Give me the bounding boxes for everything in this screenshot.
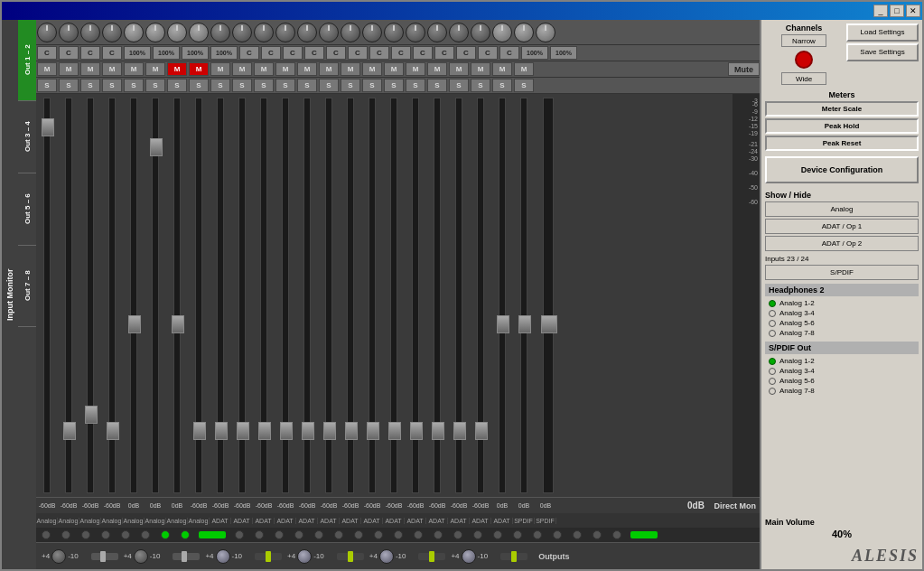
fader-17[interactable]	[388, 422, 401, 440]
analog-button[interactable]: Analog	[765, 201, 919, 217]
knob-23[interactable]	[514, 23, 534, 42]
spdif-option-4[interactable]: Analog 7-8	[765, 386, 919, 396]
s-btn-18[interactable]: S	[406, 79, 425, 92]
knob-9[interactable]	[210, 23, 230, 42]
fader-19[interactable]	[432, 422, 444, 440]
output-knob-3[interactable]	[216, 549, 230, 564]
fader-2[interactable]	[63, 422, 76, 440]
fader-1[interactable]	[42, 118, 54, 136]
output-knob-1[interactable]	[51, 549, 66, 564]
output-slider-5[interactable]	[418, 553, 445, 560]
knob-11[interactable]	[254, 23, 274, 42]
c-btn-17[interactable]: C	[413, 46, 433, 60]
output-slider-2[interactable]	[173, 553, 200, 560]
m-btn-16[interactable]: M	[362, 62, 382, 76]
s-btn-9[interactable]: S	[210, 79, 230, 92]
headphones-option-2[interactable]: Analog 3-4	[765, 308, 919, 318]
headphones-option-3[interactable]: Analog 5-6	[765, 318, 919, 328]
fader-3[interactable]	[85, 406, 98, 424]
m-btn-22[interactable]: M	[492, 62, 512, 76]
s-btn-17[interactable]: S	[384, 79, 404, 92]
s-btn-7[interactable]: S	[167, 79, 187, 92]
m-btn-5[interactable]: M	[124, 62, 144, 76]
adat-op1-button[interactable]: ADAT / Op 1	[765, 219, 919, 234]
fader-5[interactable]	[128, 315, 141, 333]
c-btn-11[interactable]: C	[283, 46, 303, 60]
spdif-option-1[interactable]: Analog 1-2	[765, 356, 919, 366]
knob-15[interactable]	[341, 23, 360, 42]
knob-1[interactable]	[37, 23, 57, 42]
fader-9[interactable]	[215, 422, 228, 440]
headphones-option-4[interactable]: Analog 7-8	[765, 328, 919, 338]
knob-17[interactable]	[384, 23, 404, 42]
knob-8[interactable]	[189, 23, 209, 42]
output-slider-4[interactable]	[337, 553, 364, 560]
c-btn-18[interactable]: C	[434, 46, 454, 60]
fader-16[interactable]	[367, 422, 379, 440]
output-knob-4[interactable]	[297, 549, 312, 564]
c-btn-10[interactable]: C	[261, 46, 281, 60]
fader-14[interactable]	[323, 422, 336, 440]
c-btn-8[interactable]: 100%	[210, 46, 238, 60]
load-settings-button[interactable]: Load Settings	[846, 23, 919, 42]
m-btn-9[interactable]: M	[210, 62, 230, 76]
s-btn-20[interactable]: S	[449, 79, 469, 92]
spdif-option-3[interactable]: Analog 5-6	[765, 376, 919, 386]
knob-20[interactable]	[449, 23, 469, 42]
fader-20[interactable]	[453, 422, 466, 440]
s-btn-12[interactable]: S	[275, 79, 295, 92]
headphones-option-1[interactable]: Analog 1-2	[765, 298, 919, 308]
knob-12[interactable]	[275, 23, 295, 42]
knob-18[interactable]	[406, 23, 425, 42]
m-btn-17[interactable]: M	[384, 62, 404, 76]
s-btn-21[interactable]: S	[471, 79, 490, 92]
spdif-button[interactable]: S/PDIF	[765, 265, 919, 280]
c-btn-22[interactable]: 100%	[521, 46, 548, 60]
fader-18[interactable]	[410, 422, 423, 440]
knob-24[interactable]	[536, 23, 555, 42]
s-btn-4[interactable]: S	[102, 79, 122, 92]
m-btn-20[interactable]: M	[449, 62, 469, 76]
s-btn-11[interactable]: S	[254, 79, 274, 92]
fader-6[interactable]	[150, 138, 163, 156]
s-btn-23[interactable]: S	[514, 79, 534, 92]
s-btn-14[interactable]: S	[319, 79, 339, 92]
knob-14[interactable]	[319, 23, 339, 42]
knob-22[interactable]	[492, 23, 512, 42]
peak-reset-button[interactable]: Peak Reset	[765, 136, 919, 151]
m-btn-23[interactable]: M	[514, 62, 534, 76]
knob-7[interactable]	[167, 23, 187, 42]
m-btn-2[interactable]: M	[59, 62, 79, 76]
knob-19[interactable]	[427, 23, 447, 42]
output-slider-6[interactable]	[500, 553, 527, 560]
mute-button[interactable]: Mute	[728, 62, 760, 76]
output-slider-1[interactable]	[91, 553, 118, 560]
fader-13[interactable]	[302, 422, 314, 440]
c-btn-13[interactable]: C	[326, 46, 346, 60]
m-btn-13[interactable]: M	[297, 62, 317, 76]
c-btn-9[interactable]: C	[239, 46, 259, 60]
c-btn-12[interactable]: C	[304, 46, 324, 60]
c-btn-21[interactable]: C	[499, 46, 519, 60]
c-btn-19[interactable]: C	[456, 46, 476, 60]
fader-15[interactable]	[345, 422, 358, 440]
m-btn-7[interactable]: M	[167, 62, 187, 76]
m-btn-15[interactable]: M	[341, 62, 360, 76]
save-settings-button[interactable]: Save Settings	[846, 43, 919, 61]
output-knob-6[interactable]	[462, 549, 476, 564]
c-btn-2[interactable]: C	[59, 46, 79, 60]
knob-16[interactable]	[362, 23, 382, 42]
m-btn-6[interactable]: M	[145, 62, 165, 76]
m-btn-8[interactable]: M	[189, 62, 209, 76]
fader-8[interactable]	[193, 422, 206, 440]
maximize-button[interactable]: □	[890, 5, 904, 17]
adat-op2-button[interactable]: ADAT / Op 2	[765, 236, 919, 251]
m-btn-14[interactable]: M	[319, 62, 339, 76]
s-btn-2[interactable]: S	[59, 79, 79, 92]
c-btn-23[interactable]: 100%	[550, 46, 577, 60]
wide-button[interactable]: Wide	[781, 72, 826, 85]
knob-13[interactable]	[297, 23, 317, 42]
fader-4[interactable]	[107, 422, 119, 440]
m-btn-12[interactable]: M	[275, 62, 295, 76]
fader-12[interactable]	[280, 422, 293, 440]
